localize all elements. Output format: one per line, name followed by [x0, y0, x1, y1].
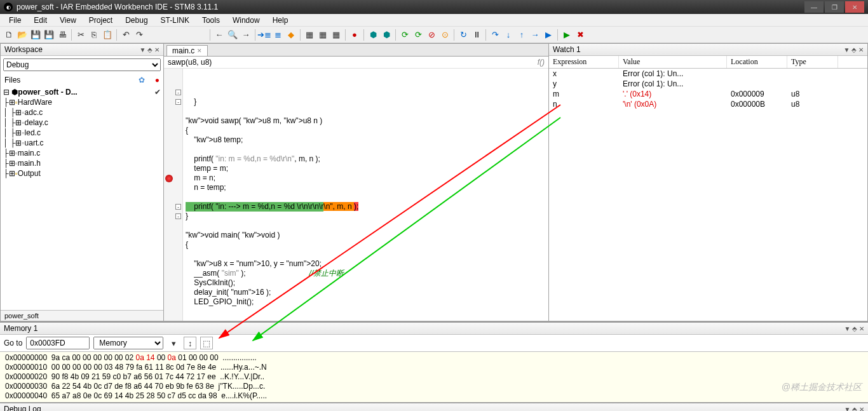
app-icon: ◐: [4, 3, 13, 11]
new-icon[interactable]: 🗋: [3, 29, 15, 41]
step-out-icon[interactable]: ↑: [515, 29, 528, 41]
breakpoint-icon[interactable]: ●: [348, 29, 361, 41]
tree-item[interactable]: │ ├⊞ ▫ uart.c: [3, 138, 161, 148]
watch-col[interactable]: Location: [727, 56, 787, 68]
nav-fwd-icon[interactable]: →: [240, 29, 252, 41]
tab-main-c[interactable]: main.c ✕: [166, 45, 208, 56]
code-editor[interactable]: ---- } "kw">void sawp( "kw">u8 m, "kw">u…: [164, 69, 548, 321]
watch-row[interactable]: yError (col 1): Un...: [549, 79, 867, 89]
run-cursor-icon[interactable]: ▶: [542, 29, 555, 41]
menu-view[interactable]: View: [53, 15, 83, 26]
watch-col[interactable]: Expression: [549, 56, 619, 68]
tree-item[interactable]: ├⊞ ▫ HardWare: [3, 97, 161, 107]
tree-item[interactable]: │ ├⊞ ▫ delay.c: [3, 118, 161, 128]
goto-input[interactable]: [26, 337, 90, 349]
titlebar: ◐ power_soft - IAR Embedded Workbench ID…: [0, 0, 868, 14]
download-icon[interactable]: ⬢: [367, 29, 379, 41]
close-tab-icon[interactable]: ✕: [197, 48, 202, 54]
breadcrumb[interactable]: sawp(u8, u8): [168, 58, 212, 67]
menubar: FileEditViewProjectDebugST-LINKToolsWind…: [0, 14, 868, 27]
close-button[interactable]: ✕: [845, 1, 864, 13]
memory-title: Memory 1: [4, 324, 37, 333]
fx-icon[interactable]: f(): [538, 58, 545, 67]
memory-row[interactable]: 0x00000040 65 a7 a8 0e 0c 69 14 4b 25 28…: [5, 391, 863, 401]
watch-col[interactable]: Value: [619, 56, 727, 68]
watch-col[interactable]: Type: [787, 56, 838, 68]
memory-view[interactable]: 0x00000000 9a ca 00 00 00 00 00 02 0a 14…: [0, 352, 868, 402]
maximize-button[interactable]: ❐: [825, 1, 844, 13]
stop-build-icon[interactable]: ▦: [330, 29, 342, 41]
pin-icon[interactable]: ▼ ⬘ ✕: [844, 406, 864, 412]
build-icon[interactable]: ▦: [316, 29, 329, 41]
watch-add-hint[interactable]: [549, 109, 867, 111]
paste-icon[interactable]: 📋: [101, 29, 114, 41]
tree-item[interactable]: ├⊞ ▫ main.c: [3, 148, 161, 158]
print-icon[interactable]: 🖶: [56, 29, 69, 41]
menu-debug[interactable]: Debug: [119, 15, 154, 26]
copy-icon[interactable]: ⎘: [88, 29, 100, 41]
debug-icon[interactable]: ⬢: [380, 29, 393, 41]
step-over-icon[interactable]: ↷: [489, 29, 501, 41]
save-icon[interactable]: 💾: [29, 29, 42, 41]
watch-row[interactable]: m'.' (0x14)0x000009u8: [549, 89, 867, 99]
pause-icon[interactable]: ⊙: [438, 29, 451, 41]
minimize-button[interactable]: —: [804, 1, 824, 13]
workspace-title: Workspace ▼ ⬘ ✕: [1, 44, 163, 56]
go-icon[interactable]: ⟳: [398, 29, 411, 41]
memory-row[interactable]: 0x00000010 00 00 00 00 00 03 48 79 fa 61…: [5, 363, 863, 372]
workspace-tab[interactable]: power_soft: [1, 310, 163, 321]
pin-icon[interactable]: ▼ ⬘ ✕: [844, 325, 864, 332]
tree-item[interactable]: │ ├⊞ ▫ led.c: [3, 128, 161, 138]
pin-icon[interactable]: ▼ ⬘ ✕: [140, 46, 159, 53]
stop-icon[interactable]: ⊘: [425, 29, 438, 41]
watch-pane: Watch 1 ▼ ⬘ ✕ ExpressionValueLocationTyp…: [549, 43, 868, 321]
restart-icon[interactable]: ⟳: [412, 29, 424, 41]
memory-row[interactable]: 0x00000030 6a 22 54 4b 0c d7 de f8 a6 44…: [5, 382, 863, 391]
menu-tools[interactable]: Tools: [196, 15, 226, 26]
watermark: @稀土掘金技术社区: [782, 382, 862, 393]
goto-label: Go to: [4, 339, 22, 347]
cut-icon[interactable]: ✂: [74, 29, 87, 41]
tree-item[interactable]: ├⊞ ▫ main.h: [3, 158, 161, 168]
menu-help[interactable]: Help: [266, 15, 295, 26]
memory-row[interactable]: 0x00000020 90 f8 4b 09 21 59 c0 b7 a6 56…: [5, 372, 863, 382]
menu-edit[interactable]: Edit: [27, 15, 53, 26]
memory-space-select[interactable]: Memory: [93, 337, 163, 349]
watch-row[interactable]: xError (col 1): Un...: [549, 69, 867, 79]
bookmark-next-icon[interactable]: ≣: [271, 29, 284, 41]
menu-window[interactable]: Window: [226, 15, 266, 26]
open-icon[interactable]: 📂: [16, 29, 29, 41]
step-into-icon[interactable]: ↓: [502, 29, 515, 41]
memory-pane: Memory 1 ▼ ⬘ ✕ Go to Memory ▾ ↕ ⬚ 0x0000…: [0, 321, 868, 402]
memory-row[interactable]: 0x00000000 9a ca 00 00 00 00 00 02 0a 14…: [5, 353, 863, 363]
mem-btn3[interactable]: ⬚: [200, 337, 213, 349]
menu-project[interactable]: Project: [83, 15, 119, 26]
watch-row[interactable]: n'\n' (0x0A)0x00000Bu8: [549, 99, 867, 109]
file-tree[interactable]: ⊟ ⬢ power_soft - D... ✔ ├⊞ ▫ HardWare │ …: [1, 86, 163, 310]
project-node[interactable]: power_soft - D...: [18, 88, 77, 97]
stop2-icon[interactable]: ✖: [574, 29, 587, 41]
gear-icon[interactable]: ✿: [139, 76, 145, 84]
reset-icon[interactable]: ↻: [457, 29, 470, 41]
mem-btn1[interactable]: ▾: [167, 337, 180, 349]
step-next-icon[interactable]: →: [529, 29, 541, 41]
pin-icon[interactable]: ▼ ⬘ ✕: [844, 46, 864, 53]
find-icon[interactable]: 🔍: [226, 29, 239, 41]
menu-st-link[interactable]: ST-LINK: [154, 15, 196, 26]
compile-icon[interactable]: ▦: [303, 29, 316, 41]
config-select[interactable]: Debug: [3, 58, 161, 71]
redo-icon[interactable]: ↷: [133, 29, 146, 41]
tree-item[interactable]: │ ├⊞ ▫ adc.c: [3, 107, 161, 118]
saveall-icon[interactable]: 💾: [43, 29, 55, 41]
go2-icon[interactable]: ▶: [560, 29, 573, 41]
nav-back-icon[interactable]: ←: [213, 29, 226, 41]
debuglog-pane: Debug Log ▼ ⬘ ✕: [0, 402, 868, 411]
bookmark-icon[interactable]: ➔≣: [258, 29, 271, 41]
workspace-pane: Workspace ▼ ⬘ ✕ Debug Files ✿ ● ⊟ ⬢ powe…: [0, 43, 164, 321]
menu-file[interactable]: File: [3, 15, 27, 26]
tree-item[interactable]: ├⊞ ▫ Output: [3, 168, 161, 179]
bookmark-toggle-icon[interactable]: ◆: [285, 29, 297, 41]
mem-btn2[interactable]: ↕: [184, 337, 196, 349]
undo-icon[interactable]: ↶: [119, 29, 132, 41]
break-icon[interactable]: ⏸: [470, 29, 483, 41]
